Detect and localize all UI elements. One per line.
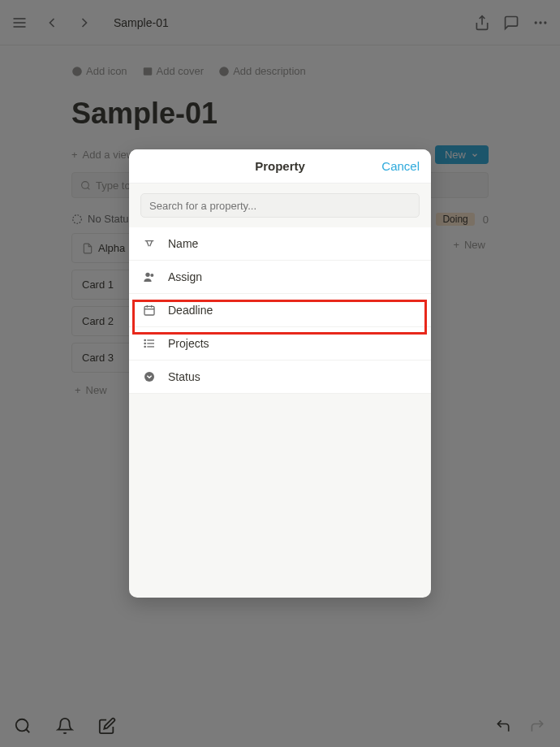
- svg-point-16: [150, 274, 153, 277]
- property-search-input[interactable]: [140, 193, 420, 218]
- property-item-projects[interactable]: Projects: [129, 327, 431, 361]
- svg-point-25: [144, 343, 145, 343]
- svg-point-26: [144, 346, 145, 347]
- calendar-icon: [142, 304, 157, 317]
- property-item-assign[interactable]: Assign: [129, 261, 431, 294]
- cancel-button[interactable]: Cancel: [381, 159, 420, 173]
- svg-rect-17: [144, 306, 154, 315]
- property-item-name[interactable]: Name: [129, 227, 431, 261]
- text-icon: [142, 237, 157, 250]
- status-icon: [142, 370, 157, 383]
- property-item-deadline[interactable]: Deadline: [129, 294, 431, 327]
- svg-point-27: [144, 372, 154, 382]
- people-icon: [142, 270, 157, 283]
- svg-point-15: [145, 273, 149, 277]
- list-icon: [142, 337, 157, 350]
- property-item-status[interactable]: Status: [129, 361, 431, 394]
- property-modal: Property Cancel Name Assign Deadline Pro…: [129, 149, 431, 598]
- svg-point-24: [144, 339, 145, 340]
